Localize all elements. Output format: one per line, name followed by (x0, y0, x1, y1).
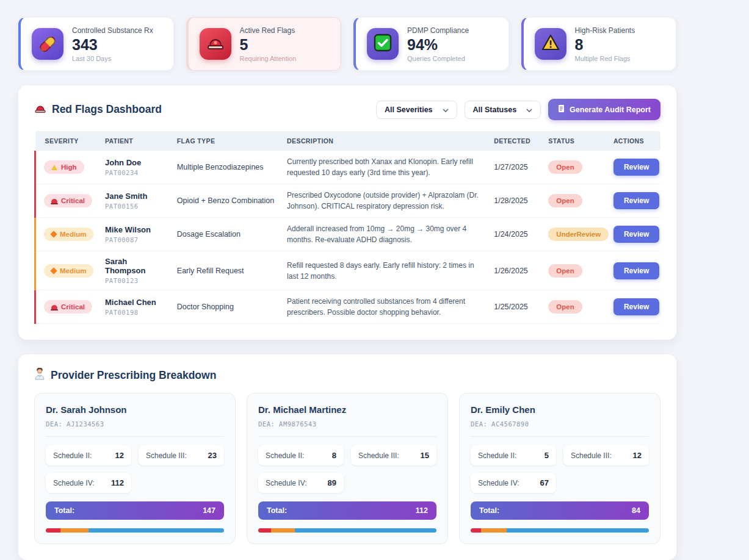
status-filter-select[interactable]: All Statuses (465, 101, 541, 119)
schedule-iv-chip: Schedule IV:67 (471, 473, 556, 493)
severity-badge: Critical (44, 300, 92, 314)
schedule-iii-segment (60, 528, 89, 533)
column-header-flag-type: FLAG TYPE (171, 131, 281, 151)
schedule-iv-chip: Schedule IV:89 (258, 473, 344, 493)
red-flags-title: Red Flags Dashboard (34, 103, 162, 117)
severity-badge: Medium (44, 264, 93, 278)
stat-card: PDMP Compliance 94% Queries Completed (353, 17, 509, 71)
total-value: 84 (632, 506, 640, 515)
schedule-distribution-bar (46, 528, 224, 533)
schedule-iv-chip: Schedule IV:112 (46, 473, 131, 493)
status-filter-value: All Statuses (473, 106, 517, 114)
schedule-ii-value: 5 (545, 451, 549, 460)
table-header-row: SEVERITY PATIENT FLAG TYPE DESCRIPTION D… (35, 131, 661, 151)
severity-icon (51, 305, 57, 309)
review-button[interactable]: Review (613, 159, 659, 176)
patient-name: John Doe (105, 158, 165, 167)
table-row: High John Doe PAT00234 Multiple Benzodia… (35, 151, 661, 184)
schedule-iii-chip: Schedule III:23 (139, 445, 224, 465)
schedule-ii-segment (258, 528, 271, 533)
stat-label: Controlled Substance Rx (72, 26, 153, 35)
schedule-ii-value: 8 (332, 451, 336, 460)
severity-icon (51, 199, 57, 203)
flag-description: Patient receiving controlled substances … (281, 290, 488, 324)
stat-subtitle: Multiple Red Flags (575, 55, 635, 62)
patient-id: PAT00156 (105, 203, 165, 210)
severity-icon (50, 267, 57, 274)
schedule-ii-segment (471, 528, 481, 533)
total-label: Total: (54, 506, 74, 515)
red-flags-table-body: High John Doe PAT00234 Multiple Benzodia… (35, 151, 661, 324)
schedule-distribution-bar (471, 528, 649, 533)
total-value: 147 (203, 506, 215, 515)
stat-value: 343 (72, 36, 153, 54)
total-label: Total: (267, 506, 287, 515)
table-row: Critical Michael Chen PAT00198 Doctor Sh… (35, 290, 661, 324)
patient-name: Mike Wilson (105, 225, 165, 234)
stat-value: 5 (240, 36, 297, 54)
stat-value: 8 (575, 36, 635, 54)
schedule-iv-value: 89 (328, 478, 336, 487)
stat-subtitle: Last 30 Days (72, 55, 153, 62)
flag-type: Early Refill Request (171, 251, 281, 290)
schedule-iv-label: Schedule IV: (266, 479, 307, 487)
severity-icon (50, 231, 57, 237)
schedule-iii-value: 15 (421, 451, 429, 460)
schedule-iii-chip: Schedule III:15 (351, 445, 436, 465)
provider-card: Dr. Michael Martinez DEA: AM9876543 Sche… (247, 393, 448, 544)
table-row: Medium Sarah Thompson PAT00123 Early Ref… (35, 251, 661, 290)
column-header-description: DESCRIPTION (281, 131, 488, 151)
status-badge: Open (548, 160, 582, 174)
stat-card: Active Red Flags 5 Requiring Attention (186, 17, 342, 71)
schedule-iii-label: Schedule III: (146, 451, 187, 460)
patient-name: Jane Smith (105, 192, 165, 201)
detected-date: 1/26/2025 (488, 251, 542, 290)
stat-subtitle: Queries Completed (407, 55, 469, 62)
total-value: 112 (416, 506, 428, 515)
status-badge: Open (548, 300, 582, 314)
provider-dea: DEA: AC4567890 (471, 420, 649, 428)
review-button[interactable]: Review (613, 226, 659, 243)
total-label: Total: (479, 506, 499, 515)
review-button[interactable]: Review (613, 192, 659, 209)
column-header-status: STATUS (542, 131, 607, 151)
schedule-iv-value: 67 (540, 478, 549, 487)
red-flags-panel: Red Flags Dashboard All Severities All S… (18, 85, 676, 340)
schedule-iv-segment (507, 528, 649, 533)
schedule-ii-label: Schedule II: (53, 451, 92, 460)
severity-filter-select[interactable]: All Severities (376, 101, 457, 119)
patient-id: PAT00234 (105, 169, 165, 176)
siren-icon (206, 35, 225, 53)
flag-type: Dosage Escalation (171, 218, 281, 251)
column-header-detected: DETECTED (488, 131, 542, 151)
schedule-iv-value: 112 (111, 478, 124, 487)
review-button[interactable]: Review (613, 262, 659, 279)
provider-card: Dr. Emily Chen DEA: AC4567890 Schedule I… (459, 393, 660, 544)
provider-breakdown-title: Provider Prescribing Breakdown (34, 368, 660, 383)
stat-label: Active Red Flags (240, 26, 297, 35)
divider (46, 436, 224, 437)
column-header-severity: SEVERITY (35, 131, 99, 151)
stat-card: High-Risk Patients 8 Multiple Red Flags (521, 17, 677, 71)
detected-date: 1/27/2025 (488, 151, 542, 184)
schedule-ii-label: Schedule II: (478, 451, 516, 460)
review-button[interactable]: Review (613, 298, 659, 315)
generate-button-label: Generate Audit Report (570, 106, 651, 114)
provider-name: Dr. Sarah Johnson (46, 404, 224, 415)
divider (471, 436, 649, 437)
schedule-iii-value: 23 (208, 451, 217, 460)
flag-description: Refill requested 8 days early. Early ref… (281, 251, 488, 290)
column-header-patient: PATIENT (99, 131, 171, 151)
provider-breakdown-panel: Provider Prescribing Breakdown Dr. Sarah… (18, 354, 676, 560)
doctor-icon (34, 368, 45, 383)
generate-audit-report-button[interactable]: Generate Audit Report (548, 99, 660, 120)
provider-name: Dr. Michael Martinez (258, 404, 436, 415)
provider-total-bar: Total: 84 (471, 501, 649, 520)
pill-icon (38, 34, 57, 54)
schedule-iv-segment (89, 528, 224, 533)
detected-date: 1/28/2025 (488, 184, 542, 218)
flag-type: Multiple Benzodiazepines (171, 151, 281, 184)
chevron-down-icon (526, 106, 532, 114)
schedule-ii-value: 12 (115, 451, 124, 460)
table-row: Medium Mike Wilson PAT00087 Dosage Escal… (35, 218, 661, 251)
